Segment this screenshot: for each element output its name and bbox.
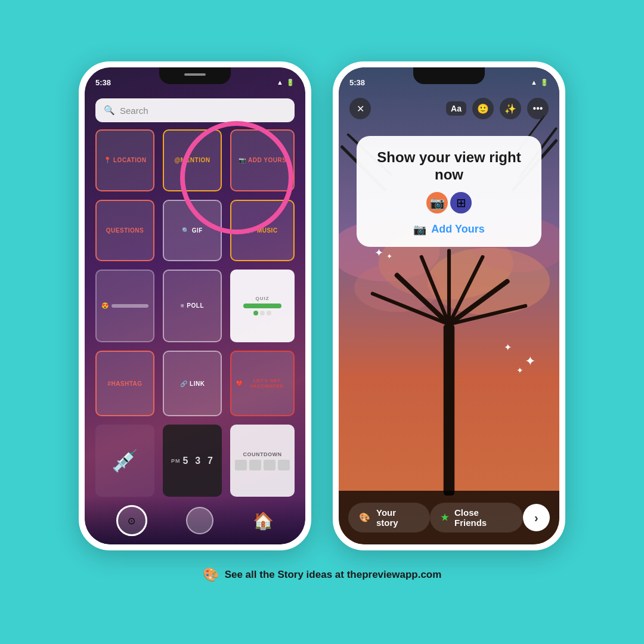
phone-1-handle bbox=[184, 73, 206, 76]
wifi-icon: ▲ bbox=[277, 79, 283, 86]
location-icon: 📍 bbox=[104, 157, 112, 163]
sticker-mention[interactable]: @MENTION bbox=[163, 129, 222, 191]
phone-2-bottom-bar: 🎨 Your story ★ Close Friends › bbox=[339, 491, 559, 544]
sticker-poll[interactable]: ≡ POLL bbox=[163, 270, 222, 342]
grid-icon-circle: ⊞ bbox=[450, 192, 472, 213]
countdown-label: COUNTDOWN bbox=[243, 451, 282, 457]
add-yours-title: Show your view right now bbox=[371, 149, 527, 184]
phone-2-status-icons: ▲ 🔋 bbox=[531, 79, 549, 86]
footer-text: See all the Story ideas at thepreviewapp… bbox=[225, 569, 442, 581]
your-story-label: Your story bbox=[376, 507, 419, 528]
vaccine-sticker-icon: 💉 bbox=[112, 448, 138, 473]
sticker-vacc-image: 💉 bbox=[95, 425, 154, 497]
add-yours-button[interactable]: 📷 Add Yours bbox=[413, 223, 484, 236]
add-yours-camera-icon: 📷 bbox=[413, 223, 426, 236]
sparkle-button[interactable]: ✨ bbox=[500, 98, 521, 119]
mention-label: @MENTION bbox=[175, 157, 210, 163]
sparkle-right-2: ✦ bbox=[516, 366, 524, 375]
phone-1: 5:38 ▲ 🔋 🔍 Search 📍 LOCATION @MEN bbox=[79, 61, 311, 550]
add-yours-card: Show your view right now 📷 ⊞ 📷 Add Yours bbox=[357, 136, 541, 247]
phone-2-screen: ✦ ✦ ✦ ✦ ✦ 5:38 ▲ 🔋 ✕ Aa bbox=[339, 67, 559, 544]
camera-button[interactable]: ⊙ bbox=[116, 505, 147, 536]
add-yours-button-label: Add Yours bbox=[431, 223, 484, 236]
sparkle-right: ✦ bbox=[525, 354, 535, 369]
phone-2-time: 5:38 bbox=[349, 78, 365, 87]
svg-point-4 bbox=[428, 248, 550, 315]
sticker-addyours[interactable]: 📷 ADD YOURS bbox=[230, 129, 295, 191]
countdown-block-3 bbox=[264, 460, 275, 470]
phone-2-topbar: ✕ Aa 🙂 ✨ ••• bbox=[339, 94, 559, 123]
more-icon: ••• bbox=[533, 103, 543, 114]
phone-1-time: 5:38 bbox=[95, 78, 111, 87]
phones-container: 5:38 ▲ 🔋 🔍 Search 📍 LOCATION @MEN bbox=[79, 61, 565, 550]
phone-2: ✦ ✦ ✦ ✦ ✦ 5:38 ▲ 🔋 ✕ Aa bbox=[333, 61, 565, 550]
music-icon: 🎵 bbox=[247, 227, 255, 234]
green-star-icon: ★ bbox=[441, 512, 448, 523]
sticker-hashtag[interactable]: #HASHTAG bbox=[95, 351, 154, 417]
search-icon: 🔍 bbox=[104, 105, 115, 116]
next-arrow-icon: › bbox=[534, 511, 538, 525]
sticker-timer[interactable]: PM 5 3 7 bbox=[163, 425, 222, 497]
phone-1-status-bar: 5:38 ▲ 🔋 bbox=[85, 67, 305, 94]
heart-icon: ❤️ bbox=[236, 380, 243, 386]
footer: 🎨 See all the Story ideas at thepreviewa… bbox=[203, 567, 442, 583]
close-button[interactable]: ✕ bbox=[349, 98, 371, 119]
sticker-gif[interactable]: 🔍 GIF bbox=[163, 200, 222, 262]
close-friends-button[interactable]: ★ Close Friends bbox=[430, 503, 523, 532]
quiz-dot-2 bbox=[260, 311, 265, 315]
sticker-emoji[interactable]: 😍 bbox=[95, 270, 154, 342]
sticker-link[interactable]: 🔗 LINK bbox=[163, 351, 222, 417]
footer-icon: 🎨 bbox=[203, 567, 219, 583]
countdown-blocks bbox=[235, 460, 290, 470]
quiz-progress-bar bbox=[243, 304, 281, 308]
sticker-button[interactable]: 🙂 bbox=[472, 98, 494, 119]
timer-value: 5 3 7 bbox=[183, 456, 213, 466]
emoji-icon: 😍 bbox=[101, 302, 109, 309]
phone-1-bottom-bar: ⊙ 🏠 bbox=[85, 497, 305, 544]
next-button[interactable]: › bbox=[523, 504, 550, 531]
sparkle-left: ✦ bbox=[374, 246, 383, 259]
sticker-questions[interactable]: QUESTIONS bbox=[95, 200, 154, 262]
gif-search-icon: 🔍 bbox=[182, 227, 190, 234]
countdown-block-4 bbox=[278, 460, 290, 470]
svg-rect-6 bbox=[444, 324, 454, 496]
battery-icon-2: 🔋 bbox=[540, 79, 549, 86]
more-button[interactable]: ••• bbox=[527, 98, 549, 119]
sticker-music[interactable]: 🎵 MUSIC bbox=[230, 200, 295, 262]
poll-icon: ≡ bbox=[181, 302, 184, 309]
sticker-icon: 🙂 bbox=[477, 103, 489, 114]
camera-sticker-icon: 📷 bbox=[430, 196, 445, 210]
close-friends-label: Close Friends bbox=[454, 507, 512, 528]
sparkle-left-2: ✦ bbox=[386, 252, 392, 261]
gallery-button[interactable] bbox=[186, 507, 213, 534]
phone-2-top-icons: Aa 🙂 ✨ ••• bbox=[446, 98, 549, 119]
phone-1-screen: 5:38 ▲ 🔋 🔍 Search 📍 LOCATION @MEN bbox=[85, 67, 305, 544]
quiz-dot-3 bbox=[267, 311, 271, 315]
sticker-quiz[interactable]: QUIZ bbox=[230, 270, 295, 342]
sparkle-icon: ✨ bbox=[504, 103, 516, 114]
addyours-icon: 📷 bbox=[239, 157, 246, 163]
countdown-block-1 bbox=[235, 460, 247, 470]
phone-2-status-bar: 5:38 ▲ 🔋 bbox=[339, 67, 559, 94]
your-story-button[interactable]: 🎨 Your story bbox=[348, 503, 430, 532]
color-wheel-icon: 🎨 bbox=[359, 512, 370, 523]
stay-home-sticker: 🏠 bbox=[253, 511, 274, 531]
sticker-countdown[interactable]: COUNTDOWN bbox=[230, 425, 295, 497]
phone-1-status-icons: ▲ 🔋 bbox=[277, 79, 295, 86]
search-placeholder: Search bbox=[120, 106, 148, 116]
camera-icon-circle: 📷 bbox=[426, 192, 448, 213]
quiz-dots bbox=[253, 311, 271, 315]
sticker-vaccinated[interactable]: ❤️ LET'S GET VACCINATED bbox=[230, 351, 295, 417]
add-yours-icons-row: 📷 ⊞ bbox=[371, 192, 527, 213]
quiz-label: QUIZ bbox=[255, 296, 269, 301]
sticker-location[interactable]: 📍 LOCATION bbox=[95, 129, 154, 191]
search-bar[interactable]: 🔍 Search bbox=[95, 98, 295, 122]
battery-icon: 🔋 bbox=[286, 79, 295, 86]
grid-sticker-icon: ⊞ bbox=[456, 196, 466, 210]
close-icon: ✕ bbox=[357, 103, 364, 114]
sticker-grid: 📍 LOCATION @MENTION 📷 ADD YOURS QUESTION… bbox=[95, 129, 295, 497]
camera-icon: ⊙ bbox=[128, 515, 135, 527]
text-button[interactable]: Aa bbox=[446, 101, 466, 116]
quiz-dot-1 bbox=[253, 311, 258, 315]
wifi-icon-2: ▲ bbox=[531, 79, 537, 86]
